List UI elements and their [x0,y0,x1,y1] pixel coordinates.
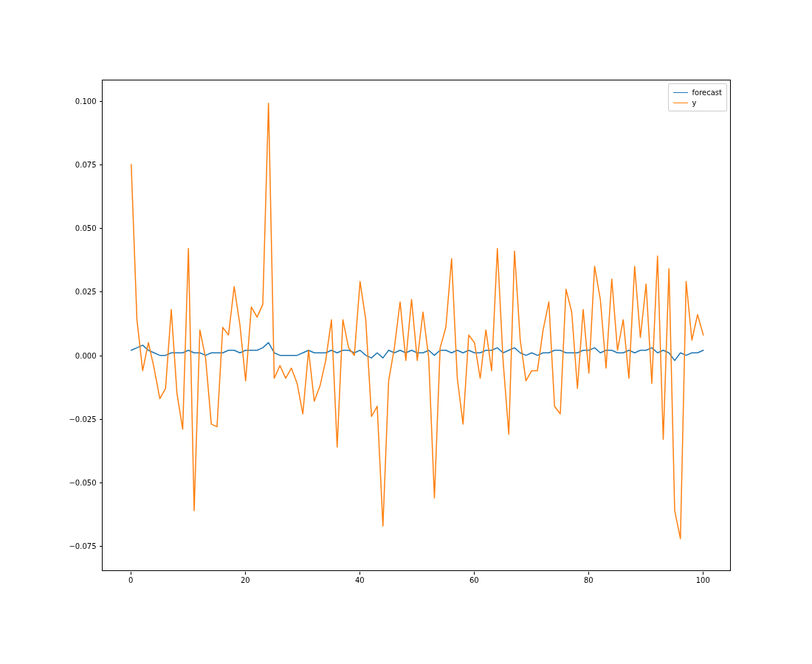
xtick-label: 20 [241,576,250,584]
xtick-mark [588,572,589,575]
ytick-label: 0.075 [60,160,97,168]
xtick-mark [474,572,475,575]
xtick-label: 0 [128,576,133,584]
ytick-label: −0.050 [60,479,97,487]
ytick-label: −0.075 [60,542,97,550]
xtick-mark [703,572,703,575]
ytick-label: 0.050 [60,224,97,232]
plot-area [103,80,732,572]
xtick-label: 100 [696,576,710,584]
legend-swatch [673,92,688,93]
legend-swatch [673,103,688,103]
ytick-label: −0.025 [60,415,97,423]
ytick-mark [100,356,103,356]
xtick-label: 60 [469,576,479,584]
chart-axes: forecasty 020406080100−0.075−0.050−0.025… [102,80,732,571]
legend-label: forecast [692,89,722,97]
ytick-mark [100,419,103,420]
ytick-mark [100,546,103,547]
xtick-label: 40 [355,576,365,584]
ytick-mark [100,483,103,483]
legend-label: y [692,99,697,107]
xtick-mark [131,572,131,575]
series-line-y [131,103,703,539]
legend-entry: y [673,97,722,108]
ytick-label: 0.025 [60,288,97,296]
xtick-label: 80 [584,576,593,584]
legend-entry: forecast [673,87,722,97]
xtick-mark [359,572,360,575]
figure: forecasty 020406080100−0.075−0.050−0.025… [0,0,812,664]
legend: forecasty [668,83,727,111]
ytick-mark [100,165,103,165]
ytick-mark [100,228,103,229]
xtick-mark [245,572,246,575]
ytick-label: 0.000 [60,351,97,359]
ytick-label: 0.100 [60,97,97,105]
ytick-mark [100,291,103,292]
ytick-mark [100,101,103,102]
